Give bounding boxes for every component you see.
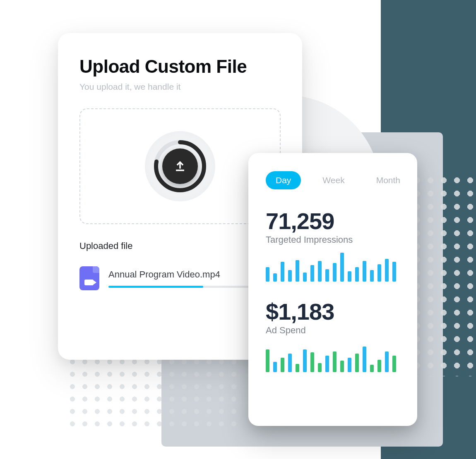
spark-bar — [333, 263, 337, 282]
spark-bar — [392, 356, 396, 372]
metric-label-impressions: Targeted Impressions — [266, 234, 400, 245]
spark-bar — [348, 271, 351, 282]
spark-bar — [310, 352, 314, 372]
spark-bar — [281, 358, 284, 372]
spark-bar — [377, 360, 381, 372]
spark-bar — [273, 273, 277, 282]
upload-progress-ring — [145, 131, 215, 201]
spark-bar — [340, 253, 344, 282]
spark-bar — [355, 354, 359, 372]
sparkline-adspend — [266, 343, 400, 372]
spark-bar — [296, 260, 299, 282]
spark-bar — [325, 356, 329, 372]
metric-value-impressions: 71,259 — [266, 209, 400, 234]
spark-bar — [333, 351, 337, 372]
upload-button[interactable] — [162, 148, 198, 184]
tab-day[interactable]: Day — [266, 171, 301, 189]
upload-title: Upload Custom File — [79, 56, 281, 77]
spark-bar — [363, 347, 366, 372]
tab-week[interactable]: Week — [313, 171, 354, 189]
spark-bar — [303, 273, 307, 282]
spark-bar — [281, 262, 284, 282]
spark-bar — [266, 349, 269, 372]
spark-bar — [310, 265, 314, 282]
stats-card: DayWeekMonth 71,259Targeted Impressions$… — [248, 153, 417, 426]
spark-bar — [370, 365, 374, 372]
spark-bar — [318, 261, 322, 282]
metric-label-adspend: Ad Spend — [266, 325, 400, 336]
metric-adspend: $1,183Ad Spend — [266, 300, 400, 372]
spark-bar — [385, 259, 389, 282]
spark-bar — [370, 270, 374, 282]
spark-bar — [355, 267, 359, 282]
spark-bar — [273, 362, 277, 372]
spark-bar — [340, 361, 344, 372]
metric-impressions: 71,259Targeted Impressions — [266, 209, 400, 282]
spark-bar — [392, 262, 396, 282]
spark-bar — [288, 270, 292, 282]
spark-bar — [363, 261, 366, 282]
spark-bar — [266, 267, 269, 282]
spark-bar — [288, 354, 292, 372]
metric-value-adspend: $1,183 — [266, 300, 400, 324]
spark-bar — [377, 264, 381, 282]
spark-bar — [348, 358, 351, 372]
spark-bar — [296, 364, 299, 372]
time-range-tabs: DayWeekMonth — [266, 171, 400, 189]
sparkline-impressions — [266, 253, 400, 282]
upload-subtitle: You upload it, we handle it — [79, 82, 281, 92]
spark-bar — [303, 349, 307, 372]
spark-bar — [385, 351, 389, 372]
upload-icon — [173, 159, 187, 173]
spark-bar — [325, 269, 329, 282]
tab-month[interactable]: Month — [366, 171, 410, 189]
video-file-icon — [79, 266, 99, 290]
spark-bar — [318, 363, 322, 372]
